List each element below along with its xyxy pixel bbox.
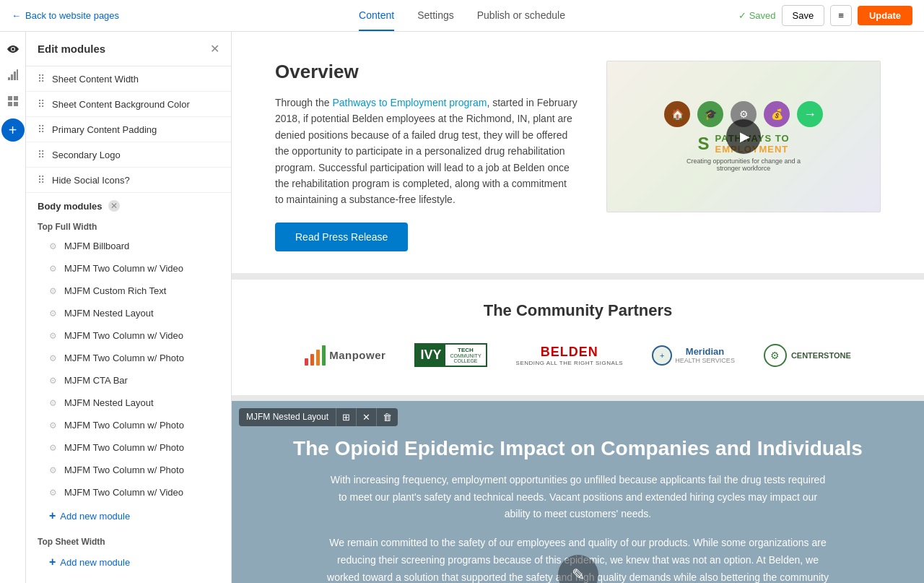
content-area: Overview Through the Pathways to Employm…: [232, 32, 924, 583]
body-modules-close[interactable]: ✕: [108, 200, 120, 212]
menu-button[interactable]: ≡: [830, 5, 852, 26]
read-press-release-button[interactable]: Read Press Release: [275, 223, 408, 251]
body-module-9[interactable]: ⚙ MJFM Two Column w/ Photo: [26, 436, 231, 459]
back-link[interactable]: ← Back to website pages: [12, 10, 119, 21]
overview-body: Through the Pathways to Employment progr…: [275, 95, 578, 208]
body-modules-section: Body modules ✕: [26, 193, 231, 216]
module-sheet-content-bg[interactable]: ⠿ Sheet Content Background Color: [26, 92, 231, 117]
nested-close-btn[interactable]: ✕: [356, 408, 376, 426]
icon-sidebar: +: [0, 32, 26, 583]
eye-icon-btn[interactable]: [1, 38, 25, 61]
sidebar: Edit modules ✕ ⠿ Sheet Content Width ⠿ S…: [26, 32, 232, 583]
tab-publish[interactable]: Publish or schedule: [477, 1, 565, 31]
nested-grid-btn[interactable]: ⊞: [336, 408, 356, 426]
overview-image: 🏠 🎓 ⚙ 💰 → S PATHWAYS TO EMPLOYMENT: [606, 61, 881, 212]
play-button[interactable]: [726, 119, 761, 154]
close-icon[interactable]: ✕: [210, 42, 219, 56]
nested-body-1: With increasing frequency, employment op…: [326, 472, 831, 523]
drag-icon: ⚙: [49, 286, 57, 296]
body-module-6[interactable]: ⚙ MJFM CTA Bar: [26, 369, 231, 392]
community-partners-section: The Community Partners Manpower: [232, 279, 924, 395]
saved-label-text: Saved: [749, 10, 776, 21]
body-module-1[interactable]: ⚙ MJFM Two Column w/ Video: [26, 257, 231, 280]
nav-actions: ✓ Saved Save ≡ Update: [738, 5, 912, 26]
body-modules-label: Body modules: [38, 201, 103, 212]
drag-icon: ⚙: [49, 488, 57, 498]
body-module-8[interactable]: ⚙ MJFM Two Column w/ Photo: [26, 414, 231, 436]
update-button[interactable]: Update: [858, 6, 912, 25]
nav-tabs: Content Settings Publish or schedule: [359, 1, 565, 31]
nested-layout-label: MJFM Nested Layout: [239, 408, 336, 426]
nested-section-title: The Opioid Epidemic Impact on Companies …: [289, 437, 866, 460]
add-module-btn-2[interactable]: + Add new module: [26, 550, 231, 574]
drag-icon: ⠿: [38, 73, 45, 85]
body-module-0[interactable]: ⚙ MJFM Billboard: [26, 235, 231, 257]
module-hide-social-icons[interactable]: ⠿ Hide Social Icons?: [26, 168, 231, 193]
partners-logos: Manpower IVY TECH COMMUNITY COLLEGE: [275, 337, 881, 373]
video-thumbnail[interactable]: 🏠 🎓 ⚙ 💰 → S PATHWAYS TO EMPLOYMENT: [606, 61, 881, 212]
drag-icon: ⠿: [38, 149, 45, 160]
svg-rect-0: [8, 96, 12, 100]
plus-icon: +: [49, 509, 56, 522]
partner-ivytech: IVY TECH COMMUNITY COLLEGE: [414, 337, 487, 373]
svg-rect-1: [14, 96, 18, 100]
chart-icon-btn[interactable]: [1, 64, 25, 87]
drag-icon: ⠿: [38, 174, 45, 186]
sidebar-title: Edit modules: [38, 43, 105, 55]
partner-belden: BELDEN SENDING ALL THE RIGHT SIGNALS: [516, 337, 624, 373]
box-icon-btn[interactable]: [1, 90, 25, 113]
drag-icon: ⚙: [49, 308, 57, 319]
drag-icon: ⚙: [49, 241, 57, 251]
pencil-icon: ✎: [572, 566, 585, 583]
partner-manpower: Manpower: [305, 337, 385, 373]
add-module-btn-1[interactable]: + Add new module: [26, 504, 231, 528]
body-module-10[interactable]: ⚙ MJFM Two Column w/ Photo: [26, 459, 231, 481]
body-module-4[interactable]: ⚙ MJFM Two Column w/ Video: [26, 324, 231, 347]
plus-icon: +: [9, 122, 17, 139]
module-secondary-logo[interactable]: ⠿ Secondary Logo: [26, 142, 231, 168]
body-module-3[interactable]: ⚙ MJFM Nested Layout: [26, 302, 231, 324]
drag-icon: ⚙: [49, 465, 57, 475]
drag-icon: ⚙: [49, 331, 57, 341]
drag-icon: ⠿: [38, 98, 45, 110]
plus-icon-2: +: [49, 556, 56, 569]
nested-toolbar: MJFM Nested Layout ⊞ ✕ 🗑: [239, 408, 398, 426]
add-icon-btn[interactable]: +: [1, 118, 25, 142]
community-partners-title: The Community Partners: [275, 301, 881, 320]
svg-rect-2: [8, 102, 12, 106]
top-full-width-header: Top Full Width: [26, 216, 231, 235]
save-button[interactable]: Save: [782, 5, 825, 26]
nested-layout-section: MJFM Nested Layout ⊞ ✕ 🗑 ✎ The Opioid Ep…: [232, 401, 924, 583]
top-sheet-width-header: Top Sheet Width: [26, 531, 231, 550]
check-icon: ✓: [738, 10, 746, 21]
module-sheet-content-width[interactable]: ⠿ Sheet Content Width: [26, 66, 231, 92]
svg-rect-3: [14, 102, 18, 106]
overview-title: Overview: [275, 61, 578, 83]
overview-text: Overview Through the Pathways to Employm…: [275, 61, 578, 251]
separator-2: [232, 395, 924, 401]
partner-centerstone: ⚙ CENTERSTONE: [764, 337, 851, 373]
drag-icon: ⚙: [49, 376, 57, 386]
body-module-5[interactable]: ⚙ MJFM Two Column w/ Photo: [26, 347, 231, 369]
tab-content[interactable]: Content: [359, 1, 394, 31]
back-arrow-icon: ←: [12, 10, 21, 21]
nested-delete-btn[interactable]: 🗑: [376, 408, 398, 426]
body-module-2[interactable]: ⚙ MJFM Custom Rich Text: [26, 280, 231, 302]
drag-icon: ⚙: [49, 353, 57, 363]
body-module-11[interactable]: ⚙ MJFM Two Column w/ Video: [26, 481, 231, 504]
body-module-7[interactable]: ⚙ MJFM Nested Layout: [26, 392, 231, 414]
main-layout: + Edit modules ✕ ⠿ Sheet Content Width ⠿…: [0, 32, 924, 583]
drag-icon: ⚙: [49, 420, 57, 431]
overview-section: Overview Through the Pathways to Employm…: [232, 32, 924, 273]
drag-icon: ⠿: [38, 124, 45, 135]
back-link-label: Back to website pages: [25, 10, 119, 21]
top-nav: ← Back to website pages Content Settings…: [0, 0, 924, 32]
drag-icon: ⚙: [49, 443, 57, 453]
separator: [232, 273, 924, 279]
partner-meridian: + Meridian HEALTH SERVICES: [652, 337, 735, 373]
pathways-link[interactable]: Pathways to Employment program: [332, 97, 487, 108]
saved-status: ✓ Saved: [738, 10, 776, 21]
module-primary-content-padding[interactable]: ⠿ Primary Content Padding: [26, 117, 231, 142]
drag-icon: ⚙: [49, 264, 57, 274]
tab-settings[interactable]: Settings: [417, 1, 454, 31]
